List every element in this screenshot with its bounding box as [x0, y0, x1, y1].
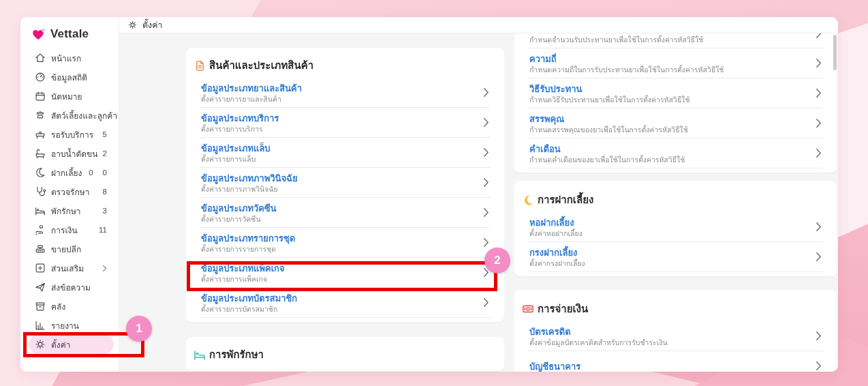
chevron-right-icon: [102, 265, 110, 272]
sidebar: Vettale หน้าแรกข้อมูลสถิตินัดหมายสัตว์เล…: [20, 17, 119, 372]
settings-item[interactable]: กำหนดจำนวนรับประทานยาเพื่อใช้ในการตั้งค่…: [528, 33, 823, 48]
card-padding: [186, 367, 504, 371]
settings-item-text: ข้อมูลประเภทบัตรสมาชิก ตั้งค่ารายการบัตร…: [201, 291, 478, 314]
settings-content: สินค้าและประเภทสินค้า ข้อมูลประเภทยาและส…: [119, 33, 838, 372]
chevron-right-icon: [483, 297, 489, 308]
settings-item-title: กรงฝากเลี้ยง: [529, 247, 810, 258]
annotation-box-step-2: [187, 261, 497, 291]
section-header: สินค้าและประเภทสินค้า: [186, 48, 504, 78]
settings-item-text: ข้อมูลประเภทรายการชุด ตั้งค่ารายการรายกา…: [201, 231, 478, 254]
settings-item[interactable]: ข้อมูลประเภทรายการชุด ตั้งค่ารายการรายกา…: [200, 228, 491, 258]
sidebar-item-retail[interactable]: ขายปลีก: [29, 239, 114, 258]
settings-item-subtitle: กำหนดจำนวนรับประทานยาเพื่อใช้ในการตั้งค่…: [529, 35, 810, 44]
bed-icon: [34, 205, 46, 217]
settings-gear-icon: [126, 20, 138, 30]
settings-item[interactable]: ข้อมูลประเภทบัตรสมาชิก ตั้งค่ารายการบัตร…: [200, 288, 491, 318]
annotation-box-step-1: [23, 332, 144, 357]
settings-item-text: ข้อมูลประเภทยาและสินค้า ตั้งค่ารายการยาแ…: [201, 81, 478, 104]
settings-item[interactable]: ข้อมูลประเภทบริการ ตั้งค่ารายการบริการ: [200, 108, 491, 138]
sidebar-item-messaging[interactable]: ส่งข้อความ: [29, 278, 114, 297]
sidebar-item-label: คลัง: [51, 300, 65, 313]
settings-item-text: หอฝากเลี้ยง ตั้งค่าหอฝากเลี้ยง: [529, 216, 810, 238]
settings-item[interactable]: หอฝากเลี้ยง ตั้งค่าหอฝากเลี้ยง: [528, 212, 823, 242]
sidebar-item-appointments[interactable]: นัดหมาย: [29, 87, 114, 106]
product-doc-icon: [193, 59, 206, 72]
sidebar-item-label: ขายปลีก: [51, 243, 81, 256]
chevron-right-icon: [816, 361, 822, 371]
sidebar-item-count: 0: [89, 168, 95, 177]
settings-item-text: คำเตือน กำหนดคำเตือนของยาเพื่อใช้ในการตั…: [529, 142, 810, 164]
settings-item[interactable]: วิธีรับประทาน กำหนดวิธีรับประทานยาเพื่อใ…: [528, 78, 823, 108]
settings-item-subtitle: ตั้งค่ารายการวัคซีน: [201, 214, 478, 224]
stethoscope-icon: [34, 185, 46, 198]
sidebar-item-waiting-service[interactable]: รอรับบริการ5: [29, 125, 114, 144]
settings-item[interactable]: กรงฝากเลี้ยง ตั้งค่ากรงฝากเลี้ยง: [528, 242, 823, 272]
settings-item-subtitle: ตั้งค่าข้อมูลบัตรเครดิตสำหรับการรับชำระเ…: [529, 338, 810, 347]
chevron-right-icon: [483, 237, 489, 248]
settings-item-subtitle: ตั้งค่ารายการยาและสินค้า: [201, 94, 478, 104]
section-header: การฝากเลี้ยง: [514, 181, 837, 212]
settings-item-title: คำเตือน: [529, 143, 810, 155]
finance-icon: [34, 224, 46, 236]
settings-item[interactable]: ข้อมูลประเภทภาพวินิจฉัย ตั้งค่ารายการภาพ…: [200, 168, 491, 198]
settings-item[interactable]: ข้อมูลประเภทแล็บ ตั้งค่ารายการแล็บ: [200, 138, 491, 168]
settings-item-subtitle: ตั้งค่ารายการบัตรสมาชิก: [201, 304, 478, 314]
settings-item[interactable]: สรรพคุณ กำหนดสรรพคุณของยาเพื่อใช้ในการตั…: [528, 108, 823, 138]
brand-logo[interactable]: Vettale: [20, 24, 119, 48]
settings-item-text: ข้อมูลประเภทวัคซีน ตั้งค่ารายการวัคซีน: [201, 201, 478, 224]
sidebar-item-inventory[interactable]: คลัง: [29, 297, 114, 316]
banknote-icon: [521, 302, 535, 316]
sidebar-item-grooming[interactable]: อาบน้ำตัดขน2: [29, 144, 114, 163]
bed-teal-icon: [193, 348, 206, 361]
settings-item-title: ข้อมูลประเภทภาพวินิจฉัย: [201, 173, 478, 184]
sidebar-item-pets-customers[interactable]: สัตว์เลี้ยงและลูกค้า: [29, 106, 114, 125]
settings-item[interactable]: ข้อมูลประเภทวัคซีน ตั้งค่ารายการวัคซีน: [200, 198, 491, 228]
settings-section-payment: การจ่ายเงิน บัตรเครดิต ตั้งค่าข้อมูลบัตร…: [514, 290, 837, 372]
settings-item-title: ข้อมูลประเภทวัคซีน: [201, 203, 478, 214]
sidebar-item-label: ฝากเลี้ยง: [51, 166, 82, 179]
settings-item[interactable]: บัญชีธนาคาร: [528, 351, 823, 372]
settings-item[interactable]: ข้อมูลประเภทยาและสินค้า ตั้งค่ารายการยาแ…: [200, 78, 491, 108]
chevron-right-icon: [816, 331, 822, 341]
settings-item-title: วิธีรับประทาน: [529, 83, 810, 95]
page-header: ตั้งค่า: [119, 17, 838, 33]
sidebar-item-label: อาบน้ำตัดขน: [51, 147, 98, 160]
sidebar-item-finance[interactable]: การเงิน11: [29, 220, 114, 239]
settings-item-title: หอฝากเลี้ยง: [529, 217, 810, 228]
sidebar-item-addons[interactable]: ส่วนเสริม: [29, 258, 114, 278]
settings-column-left: สินค้าและประเภทสินค้า ข้อมูลประเภทยาและส…: [186, 33, 504, 372]
settings-section-inpatient-care: การพักรักษา: [186, 337, 504, 371]
annotation-step-badge-2: 2: [484, 248, 510, 273]
settings-item-subtitle: ตั้งค่ารายการบริการ: [201, 124, 478, 134]
sidebar-item-count: 11: [99, 226, 110, 234]
sidebar-item-count: 3: [103, 207, 110, 215]
settings-item[interactable]: ความถี่ กำหนดความถี่ในการรับประทานยาเพื่…: [528, 48, 823, 78]
settings-item-text: วิธีรับประทาน กำหนดวิธีรับประทานยาเพื่อใ…: [529, 82, 810, 104]
sidebar-item-boarding[interactable]: ฝากเลี้ยง00: [29, 163, 114, 182]
settings-item-subtitle: ตั้งค่ากรงฝากเลี้ยง: [529, 258, 810, 268]
sidebar-item-count: 8: [103, 188, 110, 196]
settings-section-medication-usage: กำหนดจำนวนรับประทานยาเพื่อใช้ในการตั้งค่…: [514, 33, 837, 173]
settings-item[interactable]: คำเตือน กำหนดคำเตือนของยาเพื่อใช้ในการตั…: [528, 138, 823, 168]
bar-chart-icon: [34, 319, 46, 331]
settings-item-subtitle: กำหนดสรรพคุณของยาเพื่อใช้ในการตั้งค่ารหั…: [529, 125, 810, 134]
paw-icon: [34, 109, 46, 121]
settings-item-title: ข้อมูลประเภทยาและสินค้า: [201, 83, 478, 94]
sidebar-item-examination[interactable]: ตรวจรักษา8: [29, 182, 114, 201]
card-padding: [186, 318, 504, 322]
card-padding: [514, 168, 837, 173]
sidebar-item-label: สัตว์เลี้ยงและลูกค้า: [51, 109, 117, 122]
section-header: การพักรักษา: [186, 337, 504, 367]
scrollbar-thumb[interactable]: [833, 35, 837, 70]
chevron-right-icon: [483, 117, 489, 128]
chevron-right-icon: [483, 177, 489, 188]
sidebar-item-home[interactable]: หน้าแรก: [29, 48, 114, 68]
sidebar-item-statistics[interactable]: ข้อมูลสถิติ: [29, 68, 114, 87]
sidebar-item-inpatient[interactable]: พักรักษา3: [29, 201, 114, 220]
settings-item[interactable]: บัตรเครดิต ตั้งค่าข้อมูลบัตรเครดิตสำหรับ…: [528, 321, 823, 351]
settings-item-subtitle: ตั้งค่ารายการแล็บ: [201, 154, 478, 164]
settings-item-subtitle: ตั้งค่าหอฝากเลี้ยง: [529, 228, 810, 238]
chevron-right-icon: [483, 147, 489, 158]
moon-yellow-icon: [521, 193, 535, 207]
settings-item-subtitle: ตั้งค่ารายการภาพวินิจฉัย: [201, 184, 478, 194]
